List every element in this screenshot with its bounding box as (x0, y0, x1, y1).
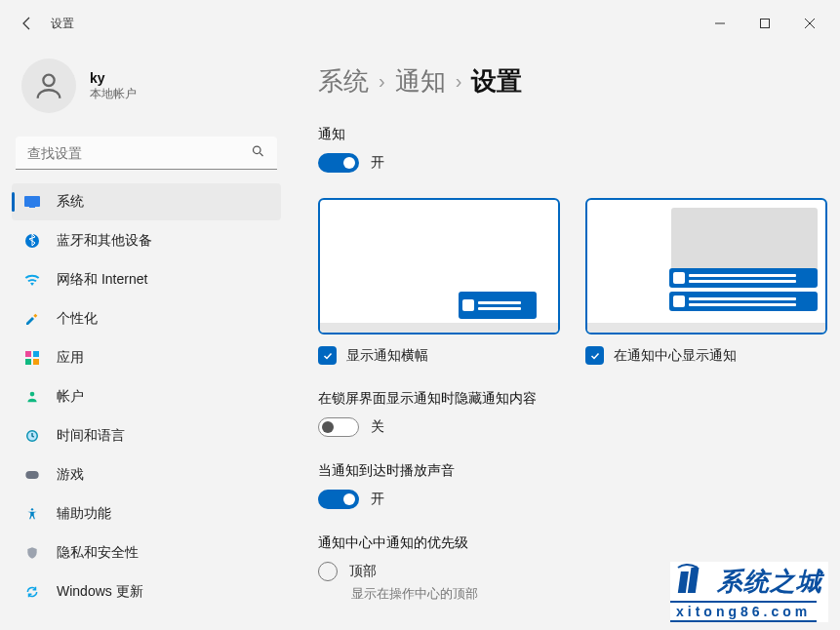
sound-toggle[interactable] (318, 490, 359, 509)
sidebar-item-label: 帐户 (57, 388, 84, 406)
update-icon (23, 583, 41, 601)
lockscreen-toggle-state: 关 (371, 418, 384, 436)
brush-icon (23, 310, 41, 328)
sidebar-item-privacy[interactable]: 隐私和安全性 (12, 534, 281, 571)
watermark-logo-icon (676, 564, 711, 599)
profile-section[interactable]: ky 本地帐户 (12, 47, 281, 133)
sidebar-item-label: 系统 (57, 193, 84, 211)
sidebar-item-label: 应用 (57, 349, 84, 367)
chevron-right-icon: › (379, 70, 385, 93)
sidebar-item-label: 时间和语言 (57, 427, 125, 445)
priority-radio-label: 顶部 (349, 563, 377, 580)
minimize-button[interactable] (698, 8, 742, 39)
profile-name: ky (90, 70, 137, 86)
watermark-url: xitong86.com (670, 601, 817, 622)
sidebar-item-bluetooth[interactable]: 蓝牙和其他设备 (12, 222, 281, 259)
sidebar-item-label: 网络和 Internet (57, 271, 147, 289)
sidebar-item-network[interactable]: 网络和 Internet (12, 261, 281, 298)
sidebar-item-update[interactable]: Windows 更新 (12, 573, 281, 610)
sidebar-item-gaming[interactable]: 游戏 (12, 456, 281, 493)
sidebar-item-accounts[interactable]: 帐户 (12, 378, 281, 415)
search-container (16, 137, 277, 170)
breadcrumb-current: 设置 (471, 64, 522, 98)
accessibility-icon (23, 505, 41, 523)
center-checkbox-label: 在通知中心显示通知 (614, 347, 737, 365)
profile-account-type: 本地帐户 (90, 86, 137, 102)
chevron-right-icon: › (456, 70, 462, 93)
sidebar-item-label: 个性化 (57, 310, 98, 328)
sidebar-item-system[interactable]: 系统 (12, 183, 281, 220)
svg-point-4 (43, 75, 54, 86)
sidebar-item-label: 隐私和安全性 (57, 544, 139, 562)
notification-toggle-state: 开 (371, 154, 384, 172)
notification-label: 通知 (318, 126, 811, 143)
svg-point-14 (30, 392, 35, 397)
sound-label: 当通知到达时播放声音 (318, 462, 811, 480)
svg-rect-1 (761, 20, 770, 28)
close-button[interactable] (787, 8, 832, 39)
priority-top-radio[interactable] (318, 562, 338, 581)
sidebar-item-label: Windows 更新 (57, 583, 143, 601)
svg-rect-11 (33, 351, 39, 357)
breadcrumb-notifications[interactable]: 通知 (395, 64, 446, 98)
sidebar-item-label: 辅助功能 (57, 505, 111, 523)
svg-rect-8 (29, 207, 35, 208)
notification-toggle[interactable] (318, 153, 359, 173)
sidebar-item-label: 蓝牙和其他设备 (57, 232, 152, 250)
search-input[interactable] (16, 137, 277, 170)
banner-checkbox[interactable] (318, 346, 337, 365)
svg-point-17 (31, 508, 33, 510)
gamepad-icon (23, 466, 41, 484)
svg-rect-10 (25, 351, 31, 357)
breadcrumb-system[interactable]: 系统 (318, 64, 369, 98)
banner-preview[interactable] (318, 198, 560, 335)
system-icon (23, 193, 41, 211)
priority-label: 通知中心中通知的优先级 (318, 534, 811, 552)
banner-checkbox-label: 显示通知横幅 (346, 347, 428, 365)
search-icon (251, 144, 265, 163)
maximize-button[interactable] (742, 8, 787, 39)
svg-rect-7 (24, 196, 40, 207)
apps-icon (23, 349, 41, 367)
sidebar-item-apps[interactable]: 应用 (12, 339, 281, 376)
shield-icon (23, 544, 41, 562)
svg-line-6 (260, 153, 262, 156)
svg-rect-13 (33, 359, 39, 365)
svg-rect-19 (688, 568, 700, 593)
center-preview[interactable] (585, 198, 827, 335)
sidebar-item-time[interactable]: 时间和语言 (12, 417, 281, 454)
wifi-icon (23, 271, 41, 289)
svg-point-5 (254, 146, 261, 154)
watermark-text: 系统之城 (717, 565, 822, 599)
lockscreen-label: 在锁屏界面显示通知时隐藏通知内容 (318, 390, 811, 408)
back-button[interactable] (8, 4, 47, 43)
avatar (21, 59, 76, 113)
sidebar-item-accessibility[interactable]: 辅助功能 (12, 495, 281, 532)
clock-icon (23, 427, 41, 445)
sidebar: ky 本地帐户 系统蓝牙和其他设备网络和 Internet个性化应用帐户时间和语… (0, 47, 293, 630)
breadcrumb: 系统 › 通知 › 设置 (318, 64, 811, 98)
watermark: 系统之城 xitong86.com (670, 562, 828, 622)
sound-toggle-state: 开 (371, 491, 384, 508)
window-title: 设置 (51, 16, 74, 32)
bluetooth-icon (23, 232, 41, 250)
center-checkbox[interactable] (585, 346, 604, 365)
nav-list: 系统蓝牙和其他设备网络和 Internet个性化应用帐户时间和语言游戏辅助功能隐… (12, 183, 281, 610)
sidebar-item-label: 游戏 (57, 466, 84, 484)
svg-rect-18 (678, 571, 689, 593)
content-area: 系统 › 通知 › 设置 通知 开 显示通知横幅 (293, 47, 840, 630)
svg-rect-16 (25, 471, 38, 479)
sidebar-item-personalization[interactable]: 个性化 (12, 300, 281, 337)
lockscreen-toggle[interactable] (318, 417, 359, 437)
person-icon (23, 388, 41, 406)
svg-rect-12 (25, 359, 31, 365)
